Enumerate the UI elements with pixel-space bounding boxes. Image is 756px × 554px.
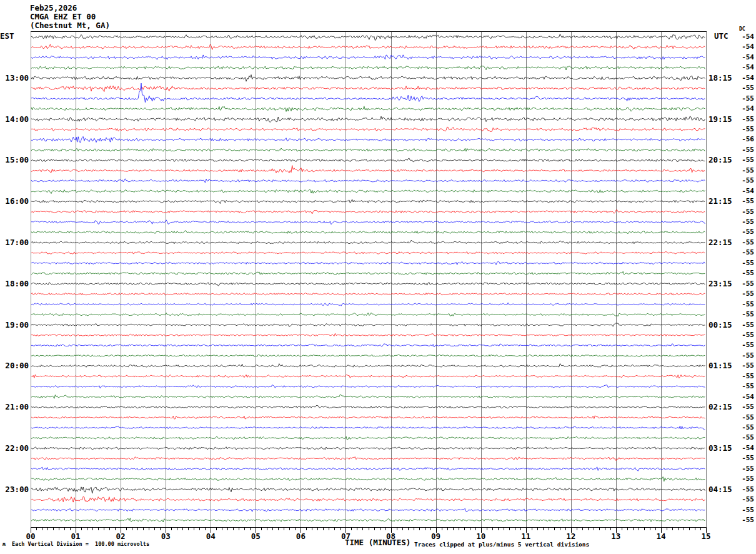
seismic-trace	[31, 487, 705, 493]
seismic-trace	[31, 508, 705, 511]
dc-offset-value: -55	[737, 424, 754, 431]
minute-tick-label: 05	[248, 532, 263, 540]
seismic-trace	[31, 189, 705, 193]
dc-offset-value: -55	[737, 496, 754, 503]
seismic-trace	[31, 220, 705, 224]
dc-offset-value: -55	[737, 259, 754, 266]
dc-offset-value: -54	[737, 445, 754, 451]
seismic-trace	[31, 283, 705, 286]
dc-offset-value: -55	[737, 218, 754, 225]
seismic-trace	[31, 496, 705, 502]
dc-offset-value: -55	[737, 321, 754, 328]
dc-offset-value: -55	[737, 373, 754, 380]
seismic-trace	[31, 210, 705, 214]
seismic-trace	[31, 75, 705, 82]
dc-offset-value: -55	[737, 228, 754, 235]
utc-hour-label: 03:15	[709, 444, 732, 452]
minute-tick-label: 04	[203, 532, 218, 540]
utc-hour-label: 18:15	[709, 74, 732, 82]
seismic-trace	[31, 447, 705, 450]
utc-hour-label: 04:15	[709, 485, 732, 493]
seismic-trace	[31, 385, 705, 388]
utc-hour-label: 23:15	[709, 280, 732, 288]
est-hour-label: 18:00	[0, 280, 29, 288]
seismic-trace	[31, 426, 705, 430]
utc-hour-label: 21:15	[709, 197, 732, 205]
minute-tick-label: 00	[23, 532, 38, 540]
utc-hour-label: 19:15	[709, 115, 732, 123]
seismic-trace	[31, 313, 705, 316]
seismic-trace	[31, 457, 705, 461]
minute-tick-label: 09	[429, 532, 444, 540]
dc-offset-value: -55	[737, 146, 754, 153]
scale-note: Each Vertical Division = 100.00 microvol…	[12, 541, 149, 547]
helicorder-page: Feb25,2026 CMGA EHZ ET 00 (Chestnut Mt, …	[0, 0, 756, 554]
x-axis-title: TIME (MINUTES)	[345, 538, 410, 546]
dc-offset-value: -55	[737, 280, 754, 287]
seismic-trace	[31, 166, 705, 173]
dc-offset-value: -55	[737, 311, 754, 318]
seismic-trace	[31, 395, 705, 398]
minute-tick-label: 14	[654, 532, 669, 540]
dc-offset-value: -55	[737, 249, 754, 256]
seismic-trace	[31, 261, 705, 264]
dc-offset-value: -55	[737, 301, 754, 308]
utc-hour-label: 01:15	[709, 361, 732, 370]
seismic-trace	[31, 477, 705, 481]
dc-offset-value: -55	[737, 506, 754, 513]
dc-offset-value: -54	[737, 33, 754, 40]
dc-offset-value: -56	[737, 136, 754, 143]
dc-offset-value: -55	[737, 475, 754, 482]
minute-tick-label: 12	[564, 532, 579, 540]
est-hour-label: 13:00	[0, 74, 29, 82]
dc-offset-value: -55	[737, 383, 754, 390]
seismic-trace	[31, 375, 705, 378]
seismic-trace	[31, 106, 705, 112]
seismic-trace	[31, 436, 705, 440]
seismic-trace	[31, 467, 705, 471]
dc-offset-value: -55	[737, 116, 754, 123]
seismic-trace	[31, 364, 705, 368]
est-hour-label: 22:00	[0, 444, 29, 452]
seismic-trace	[31, 323, 705, 327]
seismic-trace	[31, 179, 705, 183]
dc-offset-value: -55	[737, 156, 754, 163]
seismic-trace	[31, 34, 705, 40]
seismic-trace	[31, 271, 705, 274]
est-hour-label: 17:00	[0, 238, 29, 246]
seismic-trace	[31, 127, 705, 132]
seismic-trace	[31, 303, 705, 306]
seismic-trace	[31, 55, 705, 59]
seismic-trace	[31, 416, 705, 419]
seismic-trace	[31, 333, 705, 336]
dc-offset-value: -55	[737, 167, 754, 174]
seismic-trace	[31, 240, 705, 244]
seismic-trace	[31, 44, 705, 50]
seismic-trace	[31, 86, 705, 92]
dc-offset-value: -55	[737, 403, 754, 410]
est-hour-label: 15:00	[0, 156, 29, 164]
minute-tick-label: 06	[293, 532, 308, 540]
dc-offset-value: -55	[737, 331, 754, 338]
est-hour-label: 20:00	[0, 361, 29, 370]
dc-offset-value: -55	[737, 239, 754, 246]
dc-offset-value: -55	[737, 269, 754, 276]
seismogram-plot	[0, 0, 756, 554]
est-hour-label: 14:00	[0, 115, 29, 123]
minute-tick-label: 13	[609, 532, 624, 540]
seismic-trace	[31, 66, 705, 70]
seismic-trace	[31, 231, 705, 234]
dc-offset-value: -55	[737, 126, 754, 133]
dc-offset-value: -54	[737, 74, 754, 81]
seismic-trace	[31, 344, 705, 347]
seismic-trace	[31, 83, 705, 103]
dc-offset-value: -55	[737, 208, 754, 215]
dc-offset-value: -55	[737, 434, 754, 441]
seismic-trace	[31, 136, 705, 143]
seismic-trace	[31, 158, 705, 162]
dc-offset-value: -55	[737, 177, 754, 184]
minute-tick-label: 15	[699, 532, 714, 540]
clip-note: Traces clipped at plus/minus 5 vertical …	[414, 541, 589, 548]
minute-tick-label: 03	[158, 532, 173, 540]
est-hour-label: 23:00	[0, 485, 29, 493]
